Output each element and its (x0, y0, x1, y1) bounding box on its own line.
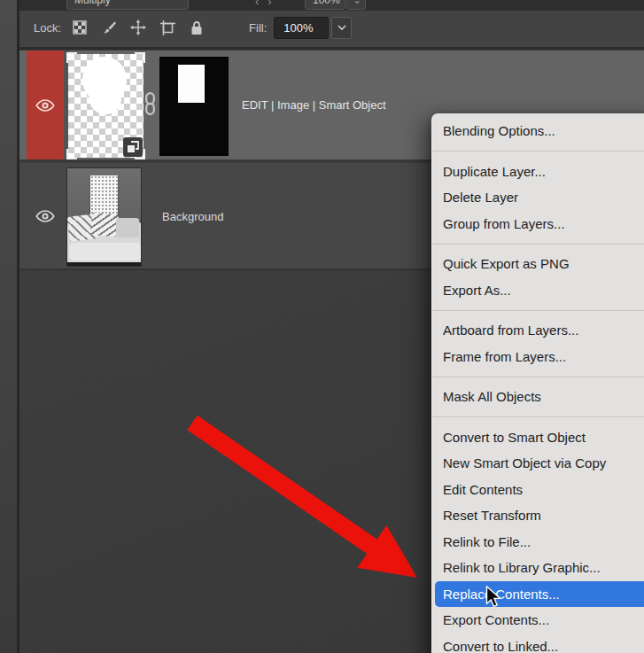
selection-bracket (66, 52, 77, 63)
layer-mask-thumbnail[interactable] (159, 57, 229, 156)
menu-separator (432, 244, 644, 245)
mask-white-area (178, 65, 205, 103)
fill-chevron-button[interactable] (331, 17, 352, 39)
lock-label: Lock: (34, 21, 61, 35)
menu-item-relink-to-file[interactable]: Relink to File... (432, 529, 644, 556)
lock-pixels-icon[interactable] (101, 19, 117, 35)
lock-transparency-icon[interactable] (72, 19, 88, 35)
fill-value-box[interactable]: 100% (274, 17, 329, 39)
menu-separator (432, 377, 644, 377)
sofa-seat (69, 243, 141, 260)
menu-item-edit-contents[interactable]: Edit Contents (432, 477, 644, 503)
chevron-down-icon (338, 25, 346, 30)
menu-item-convert-to-linked[interactable]: Convert to Linked... (432, 634, 644, 653)
menu-item-relink-to-library-graphic[interactable]: Relink to Library Graphic... (432, 555, 644, 581)
menu-item-group-from-layers[interactable]: Group from Layers... (432, 211, 644, 237)
menu-separator (432, 416, 644, 417)
menu-item-convert-to-smart-object[interactable]: Convert to Smart Object (432, 424, 644, 451)
lock-position-icon[interactable] (130, 19, 146, 35)
chevron-arrows-icon: ‹› (255, 0, 281, 8)
layer-thumbnail-transparent[interactable] (68, 54, 144, 158)
selection-bracket (66, 149, 77, 159)
menu-item-export-contents[interactable]: Export Contents... (432, 607, 644, 634)
floor-shadow (67, 262, 142, 266)
opacity-value-box[interactable]: 100% (305, 0, 345, 10)
menu-item-blending-options[interactable]: Blending Options... (432, 118, 644, 144)
menu-item-reset-transform[interactable]: Reset Transform (432, 502, 644, 529)
menu-item-frame-from-layers[interactable]: Frame from Layers... (432, 344, 644, 370)
layer-name[interactable]: Background (162, 210, 223, 223)
lock-all-icon[interactable] (189, 19, 205, 35)
menu-item-export-as[interactable]: Export As... (432, 277, 644, 304)
menu-separator (432, 151, 644, 152)
blend-opacity-bar: Multiply ‹› 100% ⌄ (19, 0, 644, 11)
menu-item-replace-contents[interactable]: Replace Contents... (435, 581, 644, 608)
background-layer-thumbnail[interactable] (66, 167, 142, 267)
mask-link-icon[interactable] (144, 92, 156, 115)
layer-visibility-eye-icon[interactable] (35, 97, 56, 113)
smart-object-badge-icon (123, 137, 143, 157)
blend-mode-dropdown[interactable]: Multiply (66, 0, 189, 10)
menu-item-quick-export-as-png[interactable]: Quick Export as PNG (432, 251, 644, 277)
menu-item-duplicate-layer[interactable]: Duplicate Layer... (432, 159, 644, 185)
cushion-in-thumbnail (116, 218, 139, 237)
fill-label: Fill: (249, 21, 267, 35)
lock-icons-group (72, 19, 205, 35)
layer-name[interactable]: EDIT | Image | Smart Object (242, 98, 386, 112)
selection-bracket (135, 52, 145, 63)
menu-item-artboard-from-layers[interactable]: Artboard from Layers... (432, 317, 644, 344)
lock-bar: Lock: Fill: 100% (19, 11, 644, 50)
poster-in-thumbnail (90, 175, 118, 214)
menu-item-delete-layer[interactable]: Delete Layer (432, 184, 644, 211)
layer-visibility-eye-icon[interactable] (35, 208, 56, 224)
menu-separator (432, 310, 644, 311)
menu-item-mask-all-objects[interactable]: Mask All Objects (432, 384, 644, 410)
layer-context-menu: Blending Options...Duplicate Layer...Del… (431, 113, 644, 653)
menu-item-new-smart-object-via-copy[interactable]: New Smart Object via Copy (432, 450, 644, 477)
pillow-in-thumbnail (90, 213, 119, 237)
opacity-chevron-icon[interactable]: ⌄ (346, 0, 366, 10)
photoshop-layers-panel: Multiply ‹› 100% ⌄ Lock: Fill: 100% (0, 0, 644, 653)
panel-edge-strip (0, 0, 17, 653)
lock-artboard-icon[interactable] (159, 19, 175, 35)
